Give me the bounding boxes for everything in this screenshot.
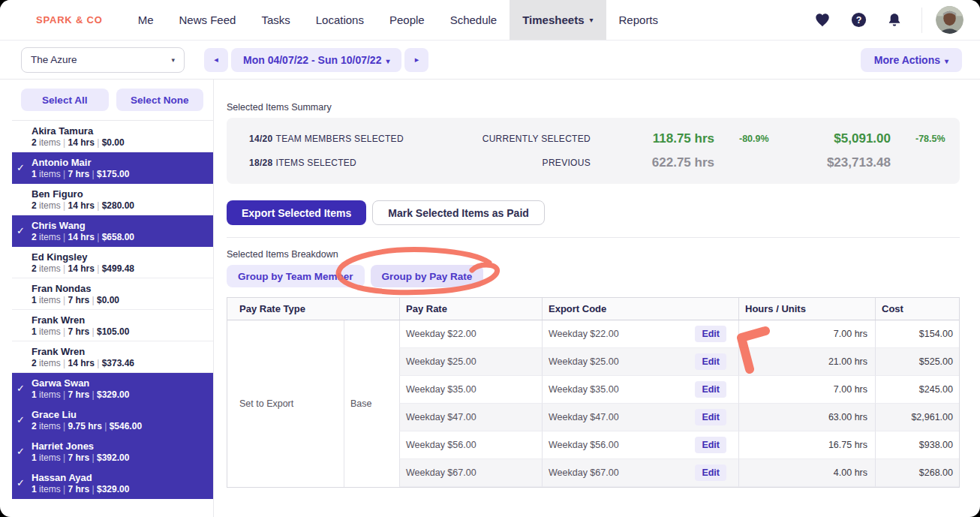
nav-item-label: People xyxy=(389,14,425,26)
bulk-actions: Export Selected Items Mark Selected Item… xyxy=(227,200,960,225)
group-by-team-member-button[interactable]: Group by Team Member xyxy=(227,265,365,287)
member-items-count: 2 xyxy=(32,358,37,368)
user-avatar[interactable] xyxy=(936,6,963,34)
selection-counts: 14/20 TEAM MEMBERS SELECTED 18/28 ITEMS … xyxy=(249,127,440,175)
nav-item[interactable]: Schedule ▾ xyxy=(437,0,510,40)
location-select[interactable]: The Azure ▾ xyxy=(21,47,185,73)
nav-item[interactable]: Tasks ▾ xyxy=(248,0,302,40)
header-export-code: Export Code xyxy=(542,298,738,320)
nav-item-label: Schedule xyxy=(450,14,498,26)
edit-button[interactable]: Edit xyxy=(695,437,726,453)
edit-button[interactable]: Edit xyxy=(695,464,726,481)
export-code-text: Weekday $47.00 xyxy=(549,412,619,422)
member-items-count: 2 xyxy=(32,137,37,148)
member-items-count: 2 xyxy=(32,421,37,431)
member-row[interactable]: ✓ Hassan Ayad 1 items | 7 hrs | $329.00 xyxy=(12,467,213,499)
edit-button[interactable]: Edit xyxy=(695,381,726,398)
more-actions-button[interactable]: More Actions▾ xyxy=(861,48,962,72)
summary-panel: 14/20 TEAM MEMBERS SELECTED 18/28 ITEMS … xyxy=(227,118,960,184)
pay-rate-cell: Weekday $35.00 xyxy=(399,376,542,404)
group-by-pay-rate-button[interactable]: Group by Pay Rate xyxy=(371,265,484,287)
member-items-count: 1 xyxy=(32,452,37,463)
member-cost: $329.00 xyxy=(97,389,129,400)
nav-item[interactable]: Timesheets ▾ xyxy=(510,0,606,40)
current-cost-delta: -78.5% xyxy=(891,134,943,144)
member-row[interactable]: ✓ Ed Kingsley 2 items | 14 hrs | $499.48 xyxy=(12,247,213,278)
edit-button[interactable]: Edit xyxy=(695,409,726,425)
member-row[interactable]: ✓ Akira Tamura 2 items | 14 hrs | $0.00 xyxy=(12,121,213,152)
member-name: Chris Wang xyxy=(32,220,207,232)
member-hours: 14 hrs xyxy=(68,358,95,368)
export-code-cell: Weekday $25.00 Edit xyxy=(542,348,738,376)
next-week-button[interactable]: ▸ xyxy=(404,48,428,72)
member-hours: 9.75 hrs xyxy=(68,421,102,431)
cost-cell: $525.00 xyxy=(875,348,959,376)
member-row[interactable]: ✓ Ben Figuro 2 items | 14 hrs | $280.00 xyxy=(12,184,213,215)
nav-item[interactable]: Me ▾ xyxy=(125,0,167,40)
member-row[interactable]: ✓ Frank Wren 1 items | 7 hrs | $105.00 xyxy=(12,310,213,341)
member-hours: 7 hrs xyxy=(68,484,90,494)
previous-cost-value: $23,713.48 xyxy=(774,155,891,170)
member-name: Antonio Mair xyxy=(32,157,207,169)
favorites-heart-icon[interactable] xyxy=(813,11,831,29)
current-hours-value: 118.75 hrs xyxy=(591,131,714,146)
question-mark-glyph: ? xyxy=(855,15,861,26)
member-cost: $0.00 xyxy=(102,137,125,148)
location-select-value: The Azure xyxy=(31,54,77,65)
member-row[interactable]: ✓ Chris Wang 2 items | 14 hrs | $658.00 xyxy=(12,215,213,247)
pay-rate-cell: Weekday $56.00 xyxy=(399,431,542,459)
select-all-button[interactable]: Select All xyxy=(21,89,109,111)
cost-cell: $2,961.00 xyxy=(875,404,959,431)
header-hours-units: Hours / Units xyxy=(738,298,875,320)
nav-item[interactable]: Reports ▾ xyxy=(606,0,672,40)
export-selected-button[interactable]: Export Selected Items xyxy=(227,200,366,225)
edit-button[interactable]: Edit xyxy=(695,353,726,370)
member-row[interactable]: ✓ Fran Nondas 1 items | 7 hrs | $0.00 xyxy=(12,278,213,310)
member-name: Hassan Ayad xyxy=(32,472,207,484)
nav-item[interactable]: People ▾ xyxy=(377,0,437,40)
check-icon: ✓ xyxy=(17,414,25,425)
member-name: Frank Wren xyxy=(32,314,207,326)
check-icon: ✓ xyxy=(17,383,25,394)
edit-button[interactable]: Edit xyxy=(695,326,726,342)
member-row[interactable]: ✓ Antonio Mair 1 items | 7 hrs | $175.00 xyxy=(12,152,213,184)
export-code-cell: Weekday $35.00 Edit xyxy=(542,376,738,404)
member-row[interactable]: ✓ Grace Liu 2 items | 9.75 hrs | $546.00 xyxy=(12,404,213,436)
notifications-bell-icon[interactable] xyxy=(885,11,903,29)
member-row[interactable]: ✓ Frank Wren 2 items | 14 hrs | $373.46 xyxy=(12,341,213,373)
mark-paid-button[interactable]: Mark Selected Items as Paid xyxy=(372,200,545,225)
prev-week-button[interactable]: ◂ xyxy=(204,48,228,72)
help-icon[interactable]: ? xyxy=(849,11,867,29)
export-code-cell: Weekday $67.00 Edit xyxy=(542,459,738,487)
member-items-count: 1 xyxy=(32,484,37,494)
member-meta: 2 items | 14 hrs | $280.00 xyxy=(32,200,207,212)
member-hours: 7 hrs xyxy=(68,295,90,305)
export-code-text: Weekday $25.00 xyxy=(549,356,619,367)
member-meta: 1 items | 7 hrs | $175.00 xyxy=(32,169,207,180)
member-hours: 14 hrs xyxy=(68,263,95,274)
divider xyxy=(921,8,922,33)
table-header: Pay Rate Type Pay Rate Export Code Hours… xyxy=(227,298,959,320)
chevron-left-icon: ◂ xyxy=(214,55,218,65)
nav-item[interactable]: News Feed ▾ xyxy=(167,0,249,40)
date-range-button[interactable]: Mon 04/07/22 - Sun 10/07/22▾ xyxy=(231,48,401,72)
main-content: Selected Items Summary 14/20 TEAM MEMBER… xyxy=(214,80,980,517)
member-row[interactable]: ✓ Harriet Jones 1 items | 7 hrs | $392.0… xyxy=(12,436,213,467)
pay-rate-cell: Weekday $22.00 xyxy=(399,320,542,348)
export-code-text: Weekday $22.00 xyxy=(549,329,619,339)
member-meta: 2 items | 14 hrs | $499.48 xyxy=(32,263,207,275)
date-navigation: ◂ Mon 04/07/22 - Sun 10/07/22▾ ▸ xyxy=(204,48,428,72)
nav-item[interactable]: Locations ▾ xyxy=(303,0,377,40)
select-none-button[interactable]: Select None xyxy=(116,89,204,111)
member-row[interactable]: ✓ Garwa Swan 1 items | 7 hrs | $329.00 xyxy=(12,373,213,404)
member-hours: 7 hrs xyxy=(68,452,90,463)
pay-rate-type-cell: Set to Export xyxy=(227,320,344,487)
member-name: Grace Liu xyxy=(32,409,207,421)
nav-item-label: Locations xyxy=(316,14,364,26)
chevron-down-icon: ▾ xyxy=(589,16,593,24)
chevron-right-icon: ▸ xyxy=(415,55,419,65)
member-hours: 7 hrs xyxy=(68,169,90,179)
nav-item-label: Me xyxy=(138,14,154,26)
header-pay-rate: Pay Rate xyxy=(399,298,542,320)
member-items-count: 1 xyxy=(32,389,37,400)
